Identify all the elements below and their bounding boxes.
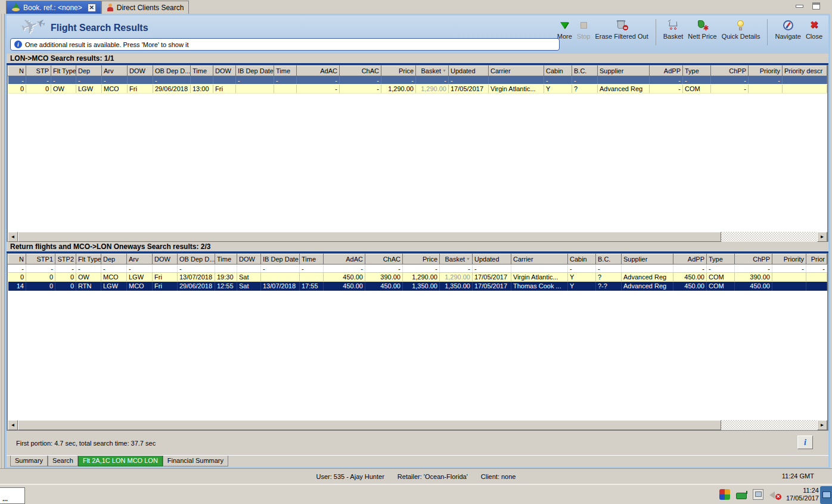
column-header-chac[interactable]: ChAC: [365, 254, 403, 265]
cell[interactable]: -: [749, 76, 783, 85]
cell[interactable]: [191, 76, 213, 85]
cell[interactable]: -: [650, 85, 683, 94]
filter-row[interactable]: -------------------: [8, 76, 827, 85]
taskbar-clock[interactable]: 11:24 17/05/2017: [786, 487, 819, 502]
cell[interactable]: -: [55, 265, 76, 273]
nett-price-button[interactable]: ✱ Nett Price: [685, 18, 719, 41]
column-header-priority-descr[interactable]: Priority descr: [783, 66, 827, 76]
column-header-arv[interactable]: Arv: [102, 66, 128, 76]
cell[interactable]: -: [473, 265, 511, 273]
column-header-price[interactable]: Price: [381, 66, 416, 76]
cell[interactable]: -: [673, 265, 707, 273]
close-button[interactable]: ✖ Close: [803, 18, 825, 41]
cell[interactable]: 390.00: [365, 273, 403, 282]
cell[interactable]: -: [596, 265, 622, 273]
cell[interactable]: 0: [26, 273, 55, 282]
cell[interactable]: 17/05/2017: [449, 85, 489, 94]
cell[interactable]: RTN: [76, 282, 101, 291]
cell[interactable]: -: [735, 265, 772, 273]
cell[interactable]: -: [102, 76, 128, 85]
column-header-b-c-[interactable]: B.C.: [596, 254, 622, 265]
column-header-price[interactable]: Price: [403, 254, 440, 265]
column-header-supplier[interactable]: Supplier: [622, 254, 673, 265]
cell[interactable]: Thomas Cook ...: [511, 282, 568, 291]
cell[interactable]: [772, 273, 806, 282]
cell[interactable]: Fri: [153, 282, 178, 291]
cell[interactable]: Fri: [153, 273, 178, 282]
column-header-chpp[interactable]: ChPP: [711, 66, 749, 76]
cell[interactable]: -: [236, 76, 274, 85]
cell[interactable]: -: [297, 85, 340, 94]
column-header-basket[interactable]: Basket▼: [416, 66, 449, 76]
column-header-adpp[interactable]: AdPP: [673, 254, 707, 265]
more-button[interactable]: More: [555, 18, 575, 41]
cell[interactable]: Fri: [128, 85, 153, 94]
cell[interactable]: 19:30: [215, 273, 237, 282]
cell[interactable]: ?: [596, 273, 622, 282]
cell[interactable]: -: [711, 76, 749, 85]
cell[interactable]: 29/06/2018: [153, 85, 191, 94]
stop-button[interactable]: Stop: [575, 18, 593, 41]
column-header-adac[interactable]: AdAC: [324, 254, 365, 265]
result-row-selected[interactable]: 1400RTNLGWMCOFri29/06/201812:55Sat13/07/…: [8, 282, 827, 291]
cell[interactable]: [489, 76, 544, 85]
cell[interactable]: [128, 76, 153, 85]
info-button[interactable]: i: [797, 435, 813, 449]
column-header-dow[interactable]: DOW: [237, 254, 261, 265]
scroll-left-icon[interactable]: ◄: [8, 232, 18, 242]
tab-booking-ref[interactable]: Book. ref.: <none> ✕: [6, 1, 101, 14]
cell[interactable]: 13/07/2018: [178, 273, 215, 282]
scrollbar-thumb[interactable]: [18, 232, 721, 242]
cell[interactable]: [598, 76, 650, 85]
cell[interactable]: 17/05/2017: [473, 273, 511, 282]
column-header-carrier[interactable]: Carrier: [489, 66, 544, 76]
cell[interactable]: [274, 85, 297, 94]
column-header-dow[interactable]: DOW: [128, 66, 153, 76]
scrollbar-thumb[interactable]: [18, 420, 721, 430]
cell[interactable]: [783, 85, 827, 94]
column-header-updated[interactable]: Updated: [449, 66, 489, 76]
scroll-left-icon[interactable]: ◄: [8, 420, 18, 430]
cell[interactable]: -: [261, 265, 300, 273]
column-header-n[interactable]: N: [8, 66, 26, 76]
cell[interactable]: [236, 85, 274, 94]
cell[interactable]: [806, 273, 827, 282]
column-header-type[interactable]: Type: [683, 66, 711, 76]
cell[interactable]: -: [101, 265, 127, 273]
cell[interactable]: ?-?: [596, 282, 622, 291]
cell[interactable]: -: [8, 265, 26, 273]
cell[interactable]: LGW: [101, 282, 127, 291]
cell[interactable]: [749, 85, 783, 94]
cell[interactable]: Sat: [237, 273, 261, 282]
cell[interactable]: 1,290.00: [381, 85, 416, 94]
cell[interactable]: -: [340, 85, 381, 94]
column-header-stp2[interactable]: STP2: [55, 254, 76, 265]
column-header-n[interactable]: N: [8, 254, 26, 265]
taskbar-app-button[interactable]: ...: [0, 487, 25, 504]
column-header-time[interactable]: Time: [215, 254, 237, 265]
column-header-updated[interactable]: Updated: [473, 254, 511, 265]
cell[interactable]: -: [76, 265, 101, 273]
cell[interactable]: -: [806, 265, 827, 273]
column-header-ob-dep-d-[interactable]: OB Dep D...: [178, 254, 215, 265]
column-header-type[interactable]: Type: [707, 254, 735, 265]
cell[interactable]: 450.00: [324, 282, 365, 291]
cell[interactable]: 17:55: [300, 282, 324, 291]
safely-remove-hardware-icon[interactable]: [753, 489, 763, 500]
cell[interactable]: -: [340, 76, 381, 85]
column-header-flt-type[interactable]: Flt Type: [76, 254, 101, 265]
cell[interactable]: -: [76, 76, 102, 85]
column-header-supplier[interactable]: Supplier: [598, 66, 650, 76]
cell[interactable]: -: [300, 265, 324, 273]
cell[interactable]: -: [711, 85, 749, 94]
column-header-dow[interactable]: DOW: [153, 254, 178, 265]
cell[interactable]: -: [324, 265, 365, 273]
cell[interactable]: [783, 76, 827, 85]
erase-filtered-out-button[interactable]: Erase Filtered Out: [592, 18, 650, 41]
cell[interactable]: 17/05/2017: [473, 282, 511, 291]
cell[interactable]: OW: [51, 85, 76, 94]
minimize-button[interactable]: [794, 2, 805, 10]
cell[interactable]: 13/07/2018: [261, 282, 300, 291]
cell[interactable]: 13:00: [191, 85, 213, 94]
cell[interactable]: MCO: [102, 85, 128, 94]
